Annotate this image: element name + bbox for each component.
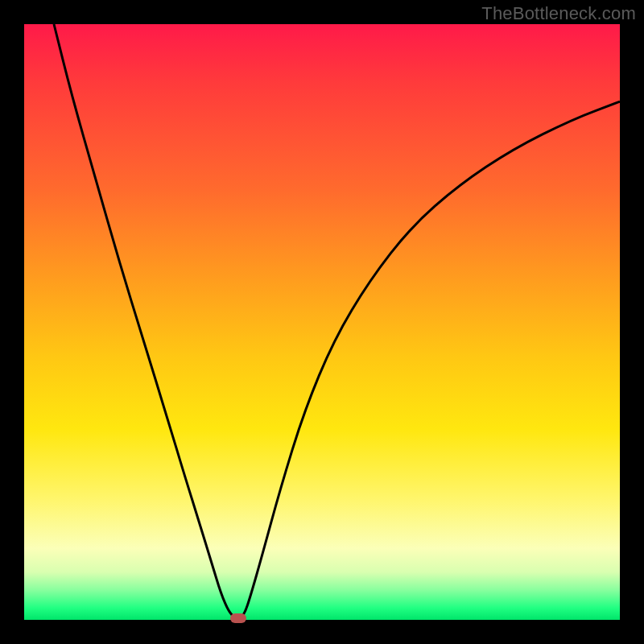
min-marker — [230, 613, 246, 623]
plot-area — [24, 24, 620, 620]
bottleneck-curve — [24, 24, 620, 620]
curve-path — [54, 24, 620, 618]
chart-frame: TheBottleneck.com — [0, 0, 644, 644]
watermark-text: TheBottleneck.com — [481, 3, 636, 24]
